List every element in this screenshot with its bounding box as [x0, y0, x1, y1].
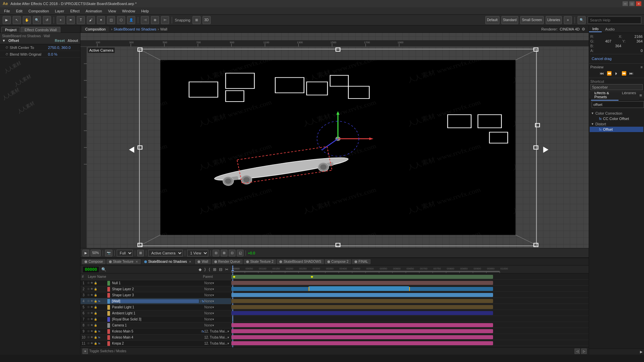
- layer-1-solo[interactable]: ☉: [87, 282, 90, 285]
- layer-5-solo[interactable]: ☉: [87, 306, 90, 309]
- effects-category-color-correction[interactable]: ▼ Color Correction: [590, 111, 643, 116]
- layer-3-solo[interactable]: ☉: [87, 294, 90, 297]
- tab-effect-controls[interactable]: Effect Controls Wall: [21, 27, 60, 33]
- viewer-views-select[interactable]: 1 View: [187, 250, 208, 256]
- pen-tool[interactable]: ✒: [67, 16, 75, 24]
- viewer-extra-btn4[interactable]: ◱: [237, 250, 244, 256]
- timeline-footer-btn2[interactable]: ▷: [581, 349, 587, 354]
- minimize-button[interactable]: ─: [623, 1, 628, 6]
- roto-tool[interactable]: ⬡: [117, 16, 125, 24]
- layer-1-eye[interactable]: 👁: [90, 282, 94, 285]
- menu-file[interactable]: File: [1, 8, 13, 14]
- effects-item-offset[interactable]: fx Offset: [590, 127, 643, 132]
- hand-tool[interactable]: ✋: [23, 16, 31, 24]
- layer-7-name[interactable]: [Royal Blue Solid 3]: [111, 317, 204, 321]
- play-button[interactable]: ▶: [3, 16, 11, 24]
- layer-2-lock[interactable]: 🔒: [94, 288, 97, 291]
- preview-last-button[interactable]: ⏭: [628, 70, 634, 76]
- workspace-libraries[interactable]: Libraries: [546, 16, 562, 24]
- effects-item-cc-color-offset[interactable]: fx CC Color Offset: [590, 116, 643, 121]
- layer-11-eye[interactable]: 👁: [90, 342, 94, 345]
- layer-8-eye[interactable]: 👁: [90, 324, 94, 327]
- workspace-standard[interactable]: Standard: [501, 16, 519, 24]
- close-button[interactable]: ✕: [636, 1, 641, 6]
- tab-info[interactable]: Info: [589, 26, 602, 32]
- layer-4-solo[interactable]: ☉: [87, 300, 90, 303]
- timeline-tab-close-skate-texture[interactable]: ✕: [136, 260, 138, 263]
- search-help-input[interactable]: [588, 16, 641, 24]
- snapping-toggle[interactable]: ⊞: [193, 16, 201, 24]
- preview-step-fwd-button[interactable]: ⏩: [621, 70, 627, 76]
- clone-tool[interactable]: ✦: [97, 16, 105, 24]
- timeline-add-keyframe[interactable]: ◆: [198, 266, 202, 273]
- layer-11-fx[interactable]: fx: [98, 342, 101, 345]
- timeline-toggle-switches[interactable]: ≡: [83, 349, 88, 354]
- layer-4-name[interactable]: [Wall]: [111, 299, 199, 303]
- effect-about-button[interactable]: About: [67, 39, 78, 43]
- layer-10-lock[interactable]: 🔒: [94, 336, 97, 339]
- timeline-tab-render[interactable]: Render Queue: [212, 259, 243, 264]
- viewer-camera-select[interactable]: Active Camera: [148, 250, 183, 256]
- layer-5-lock[interactable]: 🔒: [94, 306, 97, 309]
- menu-layer[interactable]: Layer: [52, 8, 67, 14]
- preview-play-button[interactable]: ⏵: [613, 70, 620, 76]
- layer-1-name[interactable]: Null 1: [111, 281, 204, 285]
- zoom-tool[interactable]: 🔍: [33, 16, 41, 24]
- effects-category-distort[interactable]: ▼ Distort: [590, 121, 643, 127]
- effect-reset-button[interactable]: Reset: [55, 39, 65, 43]
- tab-project[interactable]: Project: [1, 27, 20, 33]
- timeline-tab-final[interactable]: FINAL: [352, 259, 371, 264]
- layer-8-solo[interactable]: ☉: [87, 324, 90, 327]
- timeline-prev-keyframe[interactable]: ⟨: [208, 266, 211, 273]
- timeline-next-keyframe[interactable]: ⟩: [204, 266, 207, 273]
- timeline-trim-button[interactable]: ✂: [224, 266, 229, 273]
- layer-7-lock[interactable]: 🔒: [94, 318, 97, 321]
- text-tool[interactable]: T: [77, 16, 85, 24]
- viewer[interactable]: 100 300 500 700 900 1100 1300 1500 1700 …: [80, 33, 589, 257]
- viewer-extra-btn3[interactable]: ⊡: [229, 250, 235, 256]
- timeline-tab-skate-texture[interactable]: Skate Texture ✕: [106, 259, 141, 264]
- align-left[interactable]: ⊣: [141, 16, 149, 24]
- effect-prop-shift-center-value[interactable]: 2750.0, 360.0: [48, 46, 70, 50]
- effects-panel-menu[interactable]: ≡: [639, 93, 642, 98]
- 3d-button[interactable]: 3D: [203, 16, 211, 24]
- viewer-extra-btn2[interactable]: ⊞: [221, 250, 227, 256]
- layer-8-lock[interactable]: 🔒: [94, 324, 97, 327]
- viewer-extra-btn1[interactable]: ⊟: [213, 250, 219, 256]
- align-center[interactable]: ⊕: [151, 16, 159, 24]
- cancel-drag-button[interactable]: Cancel drag: [590, 55, 643, 62]
- preview-first-button[interactable]: ⏮: [599, 70, 605, 76]
- layer-11-lock[interactable]: 🔒: [94, 342, 97, 345]
- layer-9-solo[interactable]: ☉: [87, 330, 90, 333]
- timeline-copy-button[interactable]: ⊞: [212, 266, 217, 273]
- timeline-tab-compose2[interactable]: Compose 2: [325, 259, 351, 264]
- timeline-paste-button[interactable]: ⊟: [218, 266, 223, 273]
- shortcut-input[interactable]: [590, 84, 643, 90]
- layer-7-eye[interactable]: 👁: [90, 318, 94, 321]
- viewer-resolution-button[interactable]: 50%: [91, 250, 101, 256]
- layer-3-eye[interactable]: 👁: [90, 294, 94, 297]
- layer-6-eye[interactable]: 👁: [90, 312, 94, 315]
- layer-2-solo[interactable]: ☉: [87, 288, 90, 291]
- layer-10-name[interactable]: Koleso Main 4: [111, 336, 204, 339]
- brush-tool[interactable]: 🖌: [87, 16, 95, 24]
- timeline-tab-skate-shadows2[interactable]: SkateBboard SHADOWS: [277, 259, 324, 264]
- viewer-quality-select[interactable]: Full: [117, 250, 133, 256]
- align-right[interactable]: ⊢: [161, 16, 169, 24]
- layer-5-eye[interactable]: 👁: [90, 306, 94, 309]
- comp-tab-composition[interactable]: Composition: [82, 26, 109, 32]
- puppet-tool[interactable]: 👤: [127, 16, 135, 24]
- menu-view[interactable]: View: [105, 8, 119, 14]
- layer-4-lock[interactable]: 🔒: [94, 300, 97, 303]
- comp-breadcrumb-skateboard[interactable]: SkateBboard no Shadows: [114, 27, 156, 31]
- rotate-tool[interactable]: ↺: [43, 16, 51, 24]
- layer-5-name[interactable]: Parallel Light 1: [111, 305, 204, 309]
- viewer-toggle-button[interactable]: ▶: [83, 250, 89, 256]
- layer-3-name[interactable]: Shape Layer 3: [111, 293, 204, 297]
- composition-viewport[interactable]: 人人素材 www.rrvfx.com: [87, 47, 589, 248]
- preview-step-back-button[interactable]: ⏪: [606, 70, 612, 76]
- workspace-small-screen[interactable]: Small Screen: [520, 16, 543, 24]
- menu-animation[interactable]: Animation: [83, 8, 105, 14]
- camera-orbit-tool[interactable]: ⌖: [57, 16, 65, 24]
- viewer-grid-button[interactable]: ⊞: [137, 250, 144, 256]
